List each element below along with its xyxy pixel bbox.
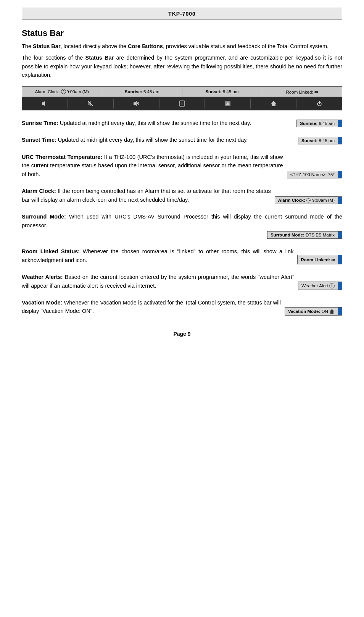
status-bar-bottom: i (22, 97, 342, 110)
status-bar-room-cell: Room Linked: ∞ (262, 88, 342, 96)
page-header: TKP-7000 (22, 8, 342, 20)
status-btn-up[interactable] (205, 99, 251, 109)
intro-paragraph-1: The Status Bar, located directly above t… (22, 42, 342, 50)
weather-feature-text: Weather Alerts: Based on the current loc… (22, 273, 294, 290)
thermostat-feature-text: URC Thermostat Temperature: If a THZ-100… (22, 153, 283, 178)
sunset-badge-accent (338, 137, 342, 144)
feature-alarm: Alarm Clock: If the room being controlle… (22, 187, 342, 204)
status-bar-alarm-cell: Alarm Clock: 9:00am (M) (22, 88, 102, 96)
status-btn-power[interactable] (296, 99, 342, 109)
room-label: Room Linked: ∞ (286, 89, 318, 95)
sunset-label: Sunset: 8:45 pm (205, 89, 238, 94)
sunrise-badge-accent (338, 120, 342, 127)
sunrise-feature-text: Sunrise Time: Updated at midnight every … (22, 119, 293, 127)
section-title: Status Bar (22, 28, 342, 38)
status-bar-graphic: Alarm Clock: 9:00am (M) Sunrise: 6:45 am… (22, 86, 342, 110)
home-icon (329, 309, 335, 314)
alarm-value: 9:00am (M) (66, 89, 89, 94)
sunrise-label: Sunrise: 6:45 am (125, 89, 159, 94)
alarm-badge: Alarm Clock: 9:00am (M) (275, 196, 342, 204)
sunrise-badge-main: Sunrise: 6:45 am (296, 120, 338, 127)
weather-badge-main: Weather Alert ! (298, 282, 338, 290)
surround-badge-accent (338, 231, 342, 239)
warning-icon: ! (329, 283, 335, 288)
svg-text:i: i (181, 102, 182, 106)
clock-icon (61, 89, 66, 94)
alarm-badge-accent (338, 196, 342, 204)
status-bar-top: Alarm Clock: 9:00am (M) Sunrise: 6:45 am… (22, 87, 342, 97)
weather-badge-accent (338, 282, 342, 290)
intro-paragraph-2: The four sections of the Status Bar are … (22, 53, 342, 79)
sunset-badge-main: Sunset: 8:45 pm (298, 137, 338, 144)
vacation-feature-text: Vacation Mode: Whenever the Vacation Mod… (22, 298, 281, 316)
link-icon: ∞ (331, 256, 335, 263)
page-number: Page 9 (22, 331, 342, 337)
feature-vacation: Vacation Mode: Whenever the Vacation Mod… (22, 298, 342, 316)
feature-room-linked: Room Linked Status: Whenever the chosen … (22, 247, 342, 264)
sunset-badge: Sunset: 8:45 pm (298, 137, 342, 144)
feature-thermostat: URC Thermostat Temperature: If a THZ-100… (22, 153, 342, 178)
room-linked-badge-main: Room Linked: ∞ (297, 255, 338, 264)
surround-badge-main: Surround Mode: DTS ES Matrix (267, 231, 338, 239)
thermostat-badge-accent (338, 171, 342, 178)
surround-badge: Surround Mode: DTS ES Matrix (267, 231, 342, 239)
thermostat-badge: <THZ-100 Name>: 75° (287, 171, 342, 178)
sunset-feature-text: Sunset Time: Updated at midnight every d… (22, 136, 294, 144)
status-btn-mute[interactable] (68, 99, 114, 109)
thermostat-badge-main: <THZ-100 Name>: 75° (287, 171, 338, 178)
room-linked-feature-text: Room Linked Status: Whenever the chosen … (22, 247, 293, 264)
vacation-badge-main: Vacation Mode: ON (285, 307, 338, 316)
room-linked-badge-accent (338, 255, 342, 264)
alarm-badge-main: Alarm Clock: 9:00am (M) (275, 196, 338, 204)
svg-marker-0 (42, 101, 45, 106)
feature-sunset: Sunset Time: Updated at midnight every d… (22, 136, 342, 144)
surround-badge-wrap: Surround Mode: DTS ES Matrix (22, 231, 342, 239)
alarm-label: Alarm Clock: (35, 89, 61, 94)
vacation-badge: Vacation Mode: ON (285, 307, 342, 316)
feature-weather: Weather Alerts: Based on the current loc… (22, 273, 342, 290)
feature-surround: Surround Mode: When used with URC's DMS-… (22, 212, 342, 239)
header-title: TKP-7000 (168, 11, 196, 17)
svg-marker-14 (330, 309, 334, 314)
status-bar-sunrise-cell: Sunrise: 6:45 am (102, 88, 182, 96)
surround-feature-text: Surround Mode: When used with URC's DMS-… (22, 212, 342, 230)
status-btn-home[interactable] (251, 99, 296, 109)
room-linked-badge: Room Linked: ∞ (297, 255, 342, 264)
svg-line-6 (137, 104, 139, 105)
svg-marker-11 (271, 101, 276, 106)
alarm-clock-icon (306, 198, 311, 202)
sunrise-badge: Sunrise: 6:45 am (296, 120, 342, 127)
svg-marker-3 (134, 101, 137, 106)
feature-sunrise: Sunrise Time: Updated at midnight every … (22, 119, 342, 127)
alarm-feature-text: Alarm Clock: If the room being controlle… (22, 187, 271, 204)
status-btn-vol-up[interactable] (114, 99, 159, 109)
status-btn-info[interactable]: i (159, 99, 205, 109)
weather-badge: Weather Alert ! (298, 282, 342, 290)
status-bar-sunset-cell: Sunset: 8:45 pm (182, 88, 263, 96)
vacation-badge-accent (338, 307, 342, 316)
status-btn-vol-down[interactable] (22, 99, 68, 109)
